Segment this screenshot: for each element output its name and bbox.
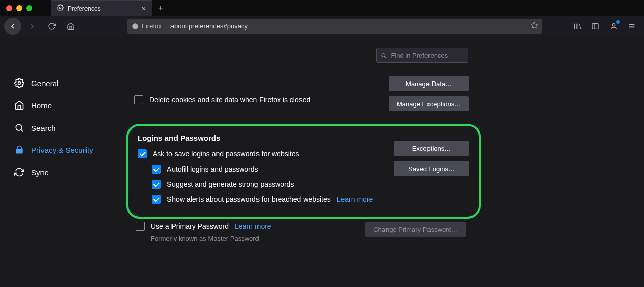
sidebar-item-privacy[interactable]: Privacy & Security: [14, 139, 121, 161]
suggest-passwords-checkbox[interactable]: [152, 180, 161, 189]
change-primary-password-button[interactable]: Change Primary Password…: [365, 222, 466, 237]
ask-save-label: Ask to save logins and passwords for web…: [153, 150, 299, 158]
autofill-label: Autofill logins and passwords: [167, 165, 259, 173]
svg-point-9: [18, 82, 21, 85]
sidebar-label-privacy: Privacy & Security: [31, 146, 93, 154]
library-icon[interactable]: [569, 18, 585, 34]
manage-data-button[interactable]: Manage Data…: [389, 76, 469, 91]
preferences-search-input[interactable]: [391, 52, 464, 59]
svg-point-1: [132, 23, 138, 29]
menu-icon[interactable]: [624, 18, 640, 34]
delete-cookies-checkbox[interactable]: [134, 95, 143, 104]
main-panel: Manage Data… Manage Exceptions… Delete c…: [121, 36, 644, 287]
sidebar-label-search: Search: [31, 124, 56, 132]
navbar-right: [569, 18, 640, 34]
logins-section-highlight: Logins and Passwords Ask to save logins …: [126, 124, 481, 219]
bookmark-star-icon[interactable]: [530, 21, 538, 31]
window-controls: [0, 5, 38, 11]
tab-close-icon[interactable]: ×: [142, 5, 146, 12]
sidebar-label-general: General: [31, 79, 58, 88]
home-button[interactable]: [63, 18, 79, 34]
svg-point-5: [612, 23, 615, 26]
account-icon[interactable]: [606, 18, 622, 34]
primary-password-section: Use a Primary Password Learn more Former…: [136, 222, 271, 242]
identity-box[interactable]: Firefox: [132, 22, 166, 30]
primary-learn-more-link[interactable]: Learn more: [235, 222, 271, 230]
primary-password-checkbox[interactable]: [136, 222, 145, 231]
tab-title: Preferences: [68, 5, 101, 12]
forward-button[interactable]: [24, 18, 40, 34]
tab-preferences[interactable]: Preferences ×: [51, 0, 152, 16]
content-area: General Home Search Privacy & Security S…: [0, 36, 644, 287]
svg-point-0: [59, 7, 61, 9]
sidebar-icon[interactable]: [587, 18, 604, 34]
autofill-checkbox[interactable]: [152, 165, 161, 174]
sidebar-label-sync: Sync: [31, 168, 48, 177]
preferences-search[interactable]: [376, 48, 468, 63]
back-button[interactable]: [4, 18, 21, 35]
sidebar-item-sync[interactable]: Sync: [14, 161, 121, 183]
sidebar-item-general[interactable]: General: [14, 72, 121, 94]
sidebar-item-search[interactable]: Search: [14, 116, 121, 139]
navbar: Firefox about:preferences#privacy: [0, 16, 644, 36]
svg-point-12: [382, 53, 385, 57]
ask-save-checkbox[interactable]: [138, 149, 147, 158]
svg-marker-2: [531, 22, 537, 28]
svg-line-11: [21, 130, 23, 132]
notification-dot: [616, 20, 620, 24]
sidebar-label-home: Home: [31, 101, 52, 110]
url-text: about:preferences#privacy: [170, 22, 248, 30]
url-bar[interactable]: Firefox about:preferences#privacy: [127, 19, 542, 34]
window-close[interactable]: [6, 5, 12, 11]
suggest-passwords-label: Suggest and generate strong passwords: [167, 180, 294, 188]
reload-button[interactable]: [44, 18, 60, 34]
breach-alerts-checkbox[interactable]: [152, 195, 161, 204]
preferences-sidebar: General Home Search Privacy & Security S…: [0, 36, 121, 287]
breach-alerts-label: Show alerts about passwords for breached…: [167, 195, 331, 203]
manage-exceptions-button[interactable]: Manage Exceptions…: [389, 96, 469, 111]
svg-line-13: [385, 56, 386, 57]
window-minimize[interactable]: [16, 5, 22, 11]
breach-learn-more-link[interactable]: Learn more: [337, 195, 373, 203]
primary-password-subtext: Formerly known as Master Password: [151, 235, 271, 242]
delete-cookies-label: Delete cookies and site data when Firefo…: [149, 96, 310, 104]
sidebar-item-home[interactable]: Home: [14, 94, 121, 116]
titlebar: Preferences × +: [0, 0, 644, 16]
svg-point-10: [16, 124, 22, 130]
primary-password-label: Use a Primary Password: [151, 222, 229, 230]
tab-strip: Preferences × +: [51, 0, 170, 16]
delete-cookies-row: Delete cookies and site data when Firefo…: [134, 95, 310, 104]
identity-label: Firefox: [142, 22, 162, 30]
logins-exceptions-button[interactable]: Exceptions…: [394, 141, 469, 156]
saved-logins-button[interactable]: Saved Logins…: [394, 161, 469, 176]
window-maximize[interactable]: [26, 5, 32, 11]
gear-icon: [57, 4, 64, 13]
new-tab-button[interactable]: +: [152, 0, 170, 16]
svg-rect-3: [592, 23, 598, 29]
